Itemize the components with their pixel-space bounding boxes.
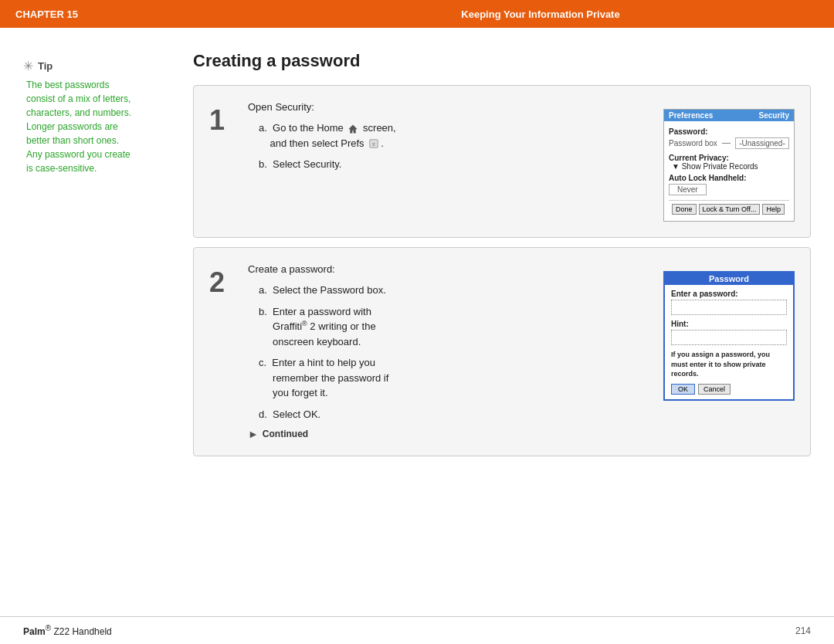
step-2-sub-a: a. Select the Password box. [259,283,648,298]
prefs-password-label: Password: [669,127,789,136]
step-2-sub-b: b. Enter a password with Graffiti® 2 wri… [259,304,648,350]
step-1-number: 1 [194,86,240,237]
page-header: CHAPTER 15 Keeping Your Information Priv… [0,0,834,28]
footer-product-model: Z22 Handheld [53,626,111,637]
prefs-titlebar-right: Security [759,111,789,120]
prefs-current-privacy-label: Current Privacy: [669,154,789,162]
continued-line: ► Continued [248,428,648,440]
step-1-box: 1 Open Security: a. Go to the Home scree… [193,85,811,238]
section-title: Creating a password [193,51,811,71]
prefs-titlebar-left: Preferences [669,111,713,120]
prefs-auto-lock-label: Auto Lock Handheld: [669,174,789,182]
step-1-heading: Open Security: [248,101,648,113]
footer-product-name: Palm [23,626,46,637]
chapter-label: CHAPTER 15 [15,8,263,20]
pwd-cancel-button[interactable]: Cancel [698,384,731,395]
svg-text:≡: ≡ [372,141,375,147]
security-screen-mock: Preferences Security Password: Password … [663,109,795,222]
pwd-buttons: OK Cancel [671,384,787,395]
pwd-hint-label: Hint: [671,320,787,328]
page-content: ✳ Tip The best passwords consist of a mi… [0,28,834,481]
preferences-window: Preferences Security Password: Password … [663,109,795,222]
prefs-lock-button[interactable]: Lock & Turn Off... [699,204,761,215]
step-2-number: 2 [194,248,240,456]
home-icon [348,124,358,134]
continued-arrow-icon: ► [248,428,259,440]
prefs-titlebar: Preferences Security [664,110,794,121]
prefs-current-privacy-value: ▼ Show Private Records [669,162,789,171]
main-content: Creating a password 1 Open Security: a. … [193,51,811,466]
password-field-row: Password box -Unassigned- [669,136,789,151]
prefs-icon: ≡ [368,138,379,149]
page-footer: Palm® Z22 Handheld 214 [0,616,834,644]
tip-star-icon: ✳ [23,59,33,73]
tip-text: The best passwords consist of a mix of l… [23,78,178,175]
footer-product: Palm® Z22 Handheld [23,624,112,637]
pwd-ok-button[interactable]: OK [671,384,695,395]
tip-label: Tip [38,60,53,72]
pwd-enter-input[interactable] [671,300,787,315]
tip-sidebar: ✳ Tip The best passwords consist of a mi… [23,51,193,466]
tip-header: ✳ Tip [23,59,178,73]
step-1-content: Open Security: a. Go to the Home screen,… [240,86,810,237]
step-2-sub-c: c. Enter a hint to help you remember the… [259,355,648,401]
pwd-hint-input[interactable] [671,330,787,345]
prefs-password-value: -Unassigned- [735,137,789,149]
pwd-note: If you assign a password, you must enter… [671,350,787,379]
password-box-line [722,143,731,144]
password-box-label: Password box [669,139,717,147]
step-1-sub-a: a. Go to the Home screen, and then selec… [259,120,648,151]
chapter-title: Keeping Your Information Private [263,8,819,20]
step-2-heading: Create a password: [248,263,648,275]
prefs-body: Password: Password box -Unassigned- Curr… [664,121,794,221]
pwd-body: Enter a password: Hint: If you assign a … [665,285,793,399]
prefs-buttons: Done Lock & Turn Off... Help [669,200,789,218]
pwd-enter-label: Enter a password: [671,290,787,298]
step-1-sub-b: b. Select Security. [259,157,648,172]
continued-label: Continued [263,429,308,439]
step-2-content: Create a password: a. Select the Passwor… [240,248,810,456]
step-2-box: 2 Create a password: a. Select the Passw… [193,247,811,456]
footer-page-number: 214 [795,625,811,636]
prefs-help-button[interactable]: Help [762,204,785,215]
step-1-instructions: Open Security: a. Go to the Home screen,… [248,101,648,222]
prefs-auto-lock-value: Never [669,184,707,195]
step-2-sub-d: d. Select OK. [259,407,648,422]
step-2-instructions: Create a password: a. Select the Passwor… [248,263,648,440]
footer-registered-icon: ® [46,624,51,632]
password-screen-mock: Password Enter a password: Hint: If you … [663,271,795,440]
pwd-titlebar: Password [665,273,793,285]
password-window: Password Enter a password: Hint: If you … [663,271,795,401]
prefs-done-button[interactable]: Done [672,204,697,215]
